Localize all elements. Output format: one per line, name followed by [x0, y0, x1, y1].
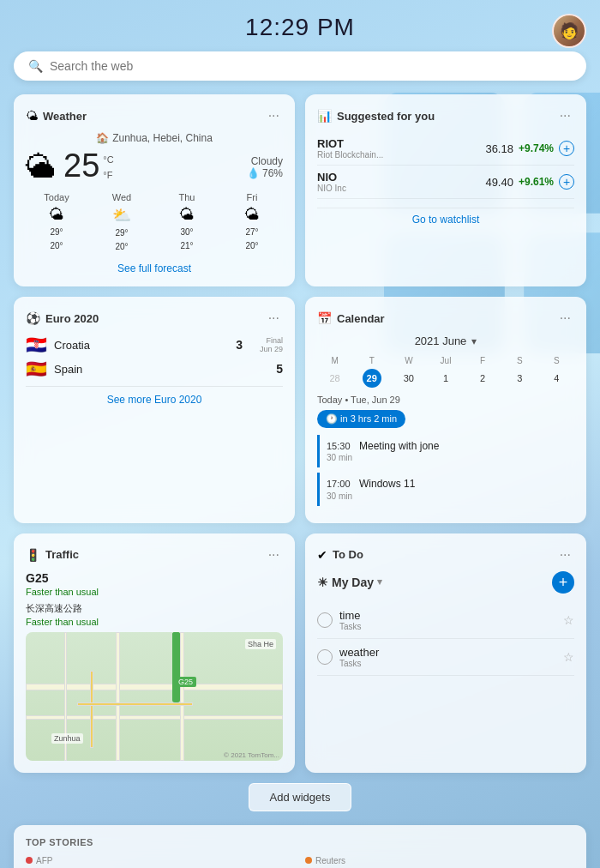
weather-location: 🏠 Zunhua, Hebei, China	[26, 132, 283, 144]
stocks-widget-header: 📊 Suggested for you ···	[317, 106, 574, 125]
cal-day-4[interactable]: 4	[547, 369, 566, 388]
todo-icon: ✔	[317, 548, 327, 562]
forecast-fri: Fri 🌤 27° 20°	[221, 192, 283, 254]
calendar-nav-chevron[interactable]: ▾	[471, 335, 477, 347]
cal-label-s2: S	[539, 354, 574, 367]
traffic-header: 🚦 Traffic ···	[26, 546, 283, 564]
task-star-weather[interactable]: ☆	[563, 650, 574, 664]
croatia-score: 3	[236, 338, 243, 352]
traffic-road1: G25	[26, 571, 283, 585]
euro2020-header: ⚽ Euro 2020 ···	[26, 309, 283, 328]
task-list-weather: Tasks	[339, 659, 379, 668]
traffic-widget: 🚦 Traffic ··· G25 Faster than usual 长深高速…	[14, 533, 295, 773]
cal-day-2[interactable]: 2	[473, 369, 492, 388]
story-afp[interactable]: AFP Ethiopia declares Tigray ceasefire	[26, 856, 295, 868]
calendar-icon: 📅	[317, 311, 332, 325]
todo-more-button[interactable]: ···	[556, 546, 574, 564]
search-input[interactable]	[50, 59, 572, 73]
stocks-more-button[interactable]: ···	[556, 106, 574, 125]
weather-condition: Cloudy 💧 76%	[247, 155, 283, 179]
search-icon: 🔍	[28, 59, 43, 73]
cal-day-28[interactable]: 28	[326, 369, 345, 388]
spain-name: Spain	[54, 363, 82, 376]
today-label: Today • Tue, Jun 29	[317, 395, 574, 405]
afp-source-dot	[26, 857, 33, 864]
cal-label-s1: S	[502, 354, 537, 367]
calendar-grid: M T W Jul F S S 28 29 30 1 2 3 4	[317, 354, 574, 388]
stock-company-riot: Riot Blockchain...	[317, 150, 383, 160]
calendar-header: 📅 Calendar ···	[317, 309, 574, 328]
stock-ticker-riot: RIOT	[317, 137, 383, 150]
task-name-weather: weather	[339, 646, 379, 659]
weather-temperature: 25	[63, 148, 99, 184]
weather-widget: 🌤 Weather ··· 🏠 Zunhua, Hebei, China 🌥 2…	[14, 94, 295, 286]
event-w11-time: 17:00	[327, 478, 352, 491]
stock-ticker-nio: NIO	[317, 171, 346, 184]
spain-flag: 🇪🇸	[26, 359, 47, 379]
avatar[interactable]: 🧑	[552, 14, 586, 48]
todo-widget: ✔ To Do ··· ☀ My Day ▾ + time Ta	[305, 533, 586, 773]
cal-day-3[interactable]: 3	[510, 369, 529, 388]
team-spain-row: 🇪🇸 Spain 5	[26, 359, 283, 379]
see-more-euro-link[interactable]: See more Euro 2020	[26, 394, 283, 406]
weather-cloud-icon: 🌥	[26, 149, 57, 185]
story-reuters-source: Reuters	[305, 856, 574, 865]
calendar-month-label: 2021 June	[415, 335, 467, 347]
stocks-title: Suggested for you	[337, 110, 435, 123]
cal-label-f: F	[465, 354, 501, 367]
traffic-road1-status: Faster than usual	[26, 587, 283, 597]
see-full-forecast-link[interactable]: See full forecast	[26, 262, 283, 274]
event-w11-duration: 30 min	[327, 491, 352, 501]
forecast-wed: Wed ⛅ 29° 20°	[91, 192, 153, 254]
avatar-image: 🧑	[554, 15, 585, 46]
traffic-icon: 🚦	[26, 548, 40, 562]
event-meeting: 15:30 30 min Meeting with jone	[317, 435, 574, 467]
watchlist-link[interactable]: Go to watchlist	[317, 208, 574, 226]
reuters-source-dot	[305, 857, 312, 864]
cal-day-29-today[interactable]: 29	[363, 369, 381, 388]
task-star-time[interactable]: ☆	[563, 613, 574, 627]
add-task-button[interactable]: +	[552, 571, 574, 594]
search-bar: 🔍	[14, 51, 586, 81]
forecast-thu: Thu 🌤 30° 21°	[156, 192, 218, 254]
weather-widget-header: 🌤 Weather ···	[26, 106, 283, 125]
my-day-chevron[interactable]: ▾	[377, 576, 382, 588]
cal-day-30[interactable]: 30	[399, 369, 418, 388]
add-widgets-button[interactable]: Add widgets	[249, 783, 352, 811]
task-checkbox-time[interactable]	[317, 612, 333, 628]
cal-label-t: T	[354, 354, 389, 367]
traffic-road2: 长深高速公路	[26, 602, 283, 615]
croatia-flag: 🇭🇷	[26, 335, 47, 355]
calendar-more-button[interactable]: ···	[556, 309, 574, 328]
story-reuters[interactable]: Reuters Biden meets with Israel's presid…	[305, 856, 574, 868]
stories-grid: AFP Ethiopia declares Tigray ceasefire R…	[26, 856, 574, 868]
event-windows11: 17:00 30 min Windows 11	[317, 473, 574, 505]
traffic-road2-status: Faster than usual	[26, 617, 283, 627]
stock-add-riot[interactable]: +	[559, 141, 574, 156]
traffic-more-button[interactable]: ···	[265, 546, 283, 564]
stock-change-nio: +9.61%	[519, 176, 554, 188]
calendar-title: Calendar	[337, 312, 385, 325]
euro2020-widget: ⚽ Euro 2020 ··· 🇭🇷 Croatia 3 Final Ju	[14, 297, 295, 523]
weather-main: 🌥 25 °C °F Cloudy 💧 76%	[26, 149, 283, 185]
top-stories-label: TOP STORIES	[26, 837, 574, 847]
todo-title: To Do	[333, 548, 363, 561]
top-stories-section: TOP STORIES AFP Ethiopia declares Tigray…	[14, 825, 586, 868]
event-w11-name: Windows 11	[359, 478, 415, 490]
stock-add-nio[interactable]: +	[559, 174, 574, 190]
stock-company-nio: NIO Inc	[317, 184, 346, 193]
weather-more-button[interactable]: ···	[265, 106, 283, 125]
task-list-time: Tasks	[339, 622, 362, 631]
event-time-badge: 🕐 in 3 hrs 2 min	[317, 410, 405, 428]
weather-forecast: Today 🌤 29° 20° Wed ⛅ 29° 20° T	[26, 192, 283, 254]
stocks-widget: 📊 Suggested for you ··· RIOT Riot Blockc…	[305, 94, 586, 286]
cal-day-1[interactable]: 1	[436, 369, 455, 388]
event-meeting-duration: 30 min	[327, 453, 352, 462]
euro2020-more-button[interactable]: ···	[265, 309, 283, 328]
task-name-time: time	[339, 609, 362, 622]
stock-row-nio: NIO NIO Inc 49.40 +9.61% +	[317, 166, 574, 199]
euro2020-icon: ⚽	[26, 311, 40, 325]
my-day-header: ☀ My Day ▾ +	[317, 571, 574, 594]
cal-label-jul: Jul	[428, 354, 463, 367]
task-checkbox-weather[interactable]	[317, 649, 333, 665]
